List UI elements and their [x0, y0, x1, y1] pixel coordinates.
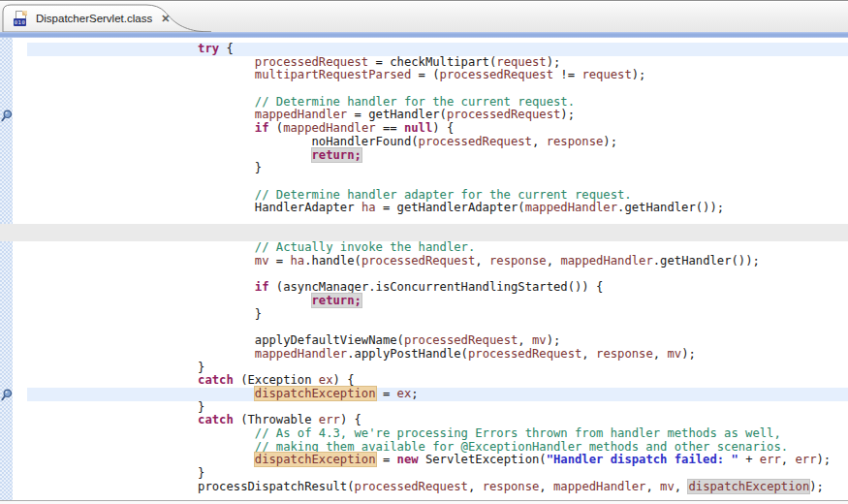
code-segment: // Determine handler for the current req…: [255, 95, 575, 109]
code-segment: [27, 280, 255, 294]
code-segment: request: [496, 55, 546, 69]
code-line[interactable]: }: [27, 467, 848, 481]
code-segment: }: [255, 161, 262, 174]
magnifier-icon[interactable]: [1, 110, 13, 122]
code-segment: processedRequest: [447, 108, 560, 121]
code-segment: [27, 55, 255, 69]
code-line[interactable]: }: [27, 162, 848, 175]
code-segment: return;: [312, 148, 361, 162]
code-segment: =: [376, 387, 397, 400]
code-segment: .handle(: [304, 254, 361, 268]
code-segment: }: [255, 307, 262, 321]
code-segment: [27, 254, 255, 268]
code-line[interactable]: catch (Throwable err) {: [27, 414, 848, 427]
code-line[interactable]: catch (Exception ex) {: [27, 374, 848, 388]
code-line[interactable]: if (asyncManager.isConcurrentHandlingSta…: [27, 281, 848, 295]
code-segment: [27, 294, 312, 307]
code-line[interactable]: processDispatchResult(processedRequest, …: [27, 481, 848, 494]
code-segment: // making them available for @ExceptionH…: [255, 440, 788, 454]
code-line[interactable]: return;: [27, 295, 848, 308]
code-segment: mappedHandler: [255, 108, 347, 121]
code-segment: [27, 148, 312, 162]
code-line[interactable]: // Determine handler for the current req…: [27, 96, 848, 110]
code-segment: mv: [255, 254, 269, 268]
code-line[interactable]: mv = ha.handle(processedRequest, respons…: [27, 255, 848, 268]
code-line[interactable]: // Determine handler adapter for the cur…: [27, 189, 848, 203]
code-segment: {: [219, 42, 234, 55]
code-line[interactable]: processedRequest = checkMultipart(reques…: [27, 56, 848, 70]
code-segment: processDispatchResult(: [198, 480, 354, 493]
code-segment: );: [817, 453, 832, 466]
code-line[interactable]: HandlerAdapter ha = getHandlerAdapter(ma…: [27, 202, 848, 215]
code-line[interactable]: // As of 4.3, we're processing Errors th…: [27, 427, 848, 441]
code-segment: try: [198, 42, 219, 55]
code-segment: =: [376, 453, 397, 466]
code-segment: [27, 121, 255, 135]
code-segment: [27, 413, 198, 426]
code-line[interactable]: multipartRequestParsed = (processedReque…: [27, 69, 848, 82]
code-segment: [27, 188, 255, 202]
code-line[interactable]: mappedHandler = getHandler(processedRequ…: [27, 109, 848, 122]
code-line[interactable]: applyDefaultViewName(processedRequest, m…: [27, 334, 848, 348]
code-line[interactable]: [27, 82, 848, 96]
code-area[interactable]: try { processedRequest = checkMultipart(…: [27, 38, 848, 500]
code-segment: mv: [660, 480, 675, 493]
code-editor[interactable]: try { processedRequest = checkMultipart(…: [0, 38, 848, 500]
code-segment: multipartRequestParsed: [255, 68, 411, 81]
bottom-scrollbar-area[interactable]: [0, 500, 848, 504]
tab-title: DispatcherServlet.class: [36, 13, 152, 24]
code-segment: if: [255, 121, 269, 135]
code-line[interactable]: [27, 175, 848, 189]
code-segment: // Determine handler adapter for the cur…: [255, 188, 632, 202]
code-segment: .getHandler());: [653, 254, 760, 268]
code-segment: [27, 240, 255, 254]
code-segment: ServletException(: [419, 453, 547, 466]
code-segment: ,: [675, 480, 689, 493]
code-line[interactable]: dispatchException = ex;: [27, 388, 848, 401]
code-segment: }: [198, 400, 204, 414]
code-line[interactable]: return;: [27, 149, 848, 163]
code-segment: ,: [653, 347, 668, 361]
code-segment: );: [632, 68, 646, 81]
code-segment: if: [255, 280, 269, 294]
annotation-ruler[interactable]: [0, 38, 13, 500]
code-segment: ,: [532, 135, 547, 148]
code-segment: processedRequest: [404, 333, 518, 347]
code-segment: [27, 108, 255, 121]
code-line[interactable]: try {: [27, 43, 848, 56]
code-segment: ;: [411, 387, 418, 400]
code-segment: ,: [475, 254, 489, 268]
code-segment: processedRequest: [355, 480, 468, 493]
code-segment: dispatchException: [255, 387, 376, 400]
code-line[interactable]: [27, 321, 848, 334]
code-segment: response: [483, 480, 540, 493]
code-segment: mappedHandler: [560, 254, 652, 268]
code-line[interactable]: mappedHandler.applyPostHandle(processedR…: [27, 348, 848, 362]
code-line[interactable]: }: [27, 308, 848, 322]
code-segment: [27, 333, 255, 347]
code-segment: (Throwable: [234, 413, 319, 426]
code-line[interactable]: }: [27, 401, 848, 415]
code-line[interactable]: if (mappedHandler == null) {: [27, 122, 848, 136]
code-segment: (Exception: [234, 373, 319, 387]
code-line[interactable]: noHandlerFound(processedRequest, respons…: [27, 136, 848, 149]
code-segment: ,: [547, 254, 561, 268]
tab-dispatcherservlet[interactable]: 010 DispatcherServlet.class ✕: [2, 2, 225, 32]
code-line[interactable]: [27, 215, 848, 229]
code-segment: [27, 161, 255, 174]
tab-close-icon[interactable]: ✕: [161, 13, 170, 25]
code-segment: ,: [645, 480, 660, 493]
code-segment: "Handler dispatch failed: ": [547, 453, 738, 466]
code-line[interactable]: }: [27, 362, 848, 375]
code-segment: [27, 400, 198, 414]
code-segment: }: [198, 466, 204, 480]
code-segment: ex: [397, 387, 412, 400]
magnifier-icon[interactable]: [1, 389, 13, 401]
code-line[interactable]: dispatchException = new ServletException…: [27, 454, 848, 467]
code-segment: = (: [411, 68, 439, 81]
code-segment: = getHandlerAdapter(: [376, 201, 525, 214]
code-line[interactable]: [27, 229, 848, 242]
code-line[interactable]: [27, 268, 848, 282]
code-line[interactable]: // Actually invoke the handler.: [27, 241, 848, 255]
code-segment: [27, 361, 198, 374]
